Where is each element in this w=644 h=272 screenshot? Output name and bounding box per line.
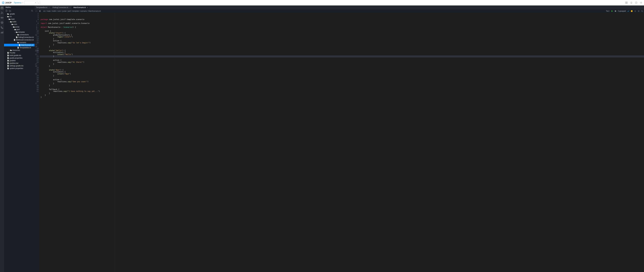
code-line[interactable]: [40, 86, 644, 88]
new-folder-icon[interactable]: [9, 10, 11, 12]
search-icon[interactable]: [641, 10, 643, 12]
fold-icon[interactable]: -: [38, 63, 38, 65]
fold-icon[interactable]: -: [38, 28, 38, 30]
code-line[interactable]: globalActivators {: [40, 34, 644, 36]
tree-folder[interactable]: ⌄jaicf: [4, 28, 34, 31]
tree-folder[interactable]: ⌄main: [4, 18, 34, 20]
tree-arrow-icon[interactable]: ⌄: [12, 29, 14, 30]
fold-icon[interactable]: -: [38, 54, 38, 56]
code-line[interactable]: }: [40, 46, 644, 48]
tree-arrow-icon[interactable]: ⌄: [8, 21, 10, 22]
tree-file[interactable]: Procfile: [4, 52, 34, 54]
bell-icon[interactable]: [630, 2, 632, 4]
code-line[interactable]: [40, 67, 644, 69]
fold-icon[interactable]: -: [38, 83, 38, 85]
fold-icon[interactable]: -: [38, 20, 38, 22]
fold-icon[interactable]: -: [38, 65, 38, 67]
code-line[interactable]: intent("Bye"): [40, 73, 644, 75]
code-line[interactable]: }: [40, 92, 644, 94]
code-line[interactable]: action {: [40, 59, 644, 61]
editor-tab[interactable]: TemplateBot.kt×: [34, 6, 51, 10]
new-file-icon[interactable]: [6, 10, 8, 12]
close-icon[interactable]: ×: [70, 6, 70, 8]
code-line[interactable]: [40, 28, 644, 30]
tree-file[interactable]: build.gradle.kts: [4, 54, 34, 57]
rail-phone-icon[interactable]: [1, 26, 3, 29]
code-line[interactable]: activators {: [40, 52, 644, 54]
fold-icon[interactable]: -: [38, 73, 38, 75]
fold-icon[interactable]: -: [38, 44, 38, 46]
rail-code-icon[interactable]: [1, 16, 3, 19]
rail-feed-icon[interactable]: [1, 12, 3, 14]
toolbar-structure-icon[interactable]: [39, 10, 41, 12]
code-line[interactable]: init {: [40, 30, 644, 32]
project-selector[interactable]: × ⌄: [24, 1, 40, 4]
code-line[interactable]: }: [40, 85, 644, 87]
rail-cube-icon[interactable]: [1, 21, 3, 24]
tree-file[interactable]: gradlew: [4, 59, 34, 62]
tree-folder[interactable]: ⌄justai: [4, 26, 34, 28]
fold-icon[interactable]: -: [38, 34, 38, 36]
code-line[interactable]: [40, 20, 644, 22]
tree-file[interactable]: system.properties: [4, 67, 34, 70]
code-line[interactable]: [40, 48, 644, 50]
code-line[interactable]: state("Hello") {: [40, 50, 644, 52]
code-line[interactable]: fallback {: [40, 88, 644, 90]
tree-arrow-icon[interactable]: ⌄: [11, 26, 13, 28]
code-line[interactable]: regex("/start"): [40, 36, 644, 38]
code-line[interactable]: }: [40, 44, 644, 46]
tree-arrow-icon[interactable]: ⌄: [10, 24, 11, 25]
tree-file[interactable]: MainScenario.kt: [4, 44, 34, 46]
code-line[interactable]: }: [40, 94, 644, 96]
code-line[interactable]: [40, 77, 644, 79]
code-line[interactable]: state("Bye") {: [40, 69, 644, 71]
code-line[interactable]: import com.justai.jaicf.model.scenario.S…: [40, 22, 644, 24]
tree-arrow-icon[interactable]: ⌄: [15, 42, 17, 43]
code-line[interactable]: }: [40, 83, 644, 85]
code-line[interactable]: action {: [40, 40, 644, 42]
tree-file[interactable]: TemplateBot.kt: [4, 46, 34, 49]
gear-icon[interactable]: [640, 2, 642, 4]
toolbar-code-icon[interactable]: [36, 10, 38, 12]
check-icon[interactable]: [627, 10, 629, 12]
clear-icon[interactable]: ×: [34, 2, 37, 4]
code-editor[interactable]: 12345-67-8-9-101112-1314151617-18-192021…: [34, 13, 644, 272]
code-line[interactable]: }: [40, 63, 644, 65]
rail-analytics-icon[interactable]: [1, 31, 3, 34]
tree-file[interactable]: gradlew.bat: [4, 62, 34, 64]
code-line[interactable]: state("Start") {: [40, 32, 644, 34]
projects-link[interactable]: Проекты: [14, 2, 21, 4]
tree-arrow-icon[interactable]: ⌄: [7, 18, 8, 20]
grid-icon[interactable]: [625, 2, 628, 4]
editor-tab[interactable]: MainScenario.kt×: [72, 6, 90, 10]
tree-folder[interactable]: ⌄template: [4, 31, 34, 34]
code-line[interactable]: package com.justai.jaicf.template.scenar…: [40, 18, 644, 20]
code-content[interactable]: package com.justai.jaicf.template.scenar…: [40, 13, 644, 272]
close-icon[interactable]: ×: [48, 6, 50, 8]
code-line[interactable]: action {: [40, 79, 644, 81]
tree-folder[interactable]: ⌄connections: [4, 34, 34, 36]
tree-folder[interactable]: ⌄scenario: [4, 41, 34, 44]
tree-arrow-icon[interactable]: ›: [5, 13, 7, 15]
tree-folder[interactable]: ›.gradle: [4, 13, 34, 15]
code-line[interactable]: reactions.say("Hi there!"): [40, 61, 644, 63]
tree-file[interactable]: WebhookConnection.kt: [4, 38, 34, 41]
tree-file[interactable]: gradle.properties: [4, 57, 34, 59]
tree-folder[interactable]: ⌄kotlin: [4, 20, 34, 23]
code-line[interactable]: reactions.say("I have nothing to say yet…: [40, 90, 644, 92]
code-line[interactable]: }: [40, 96, 644, 98]
code-line[interactable]: [40, 24, 644, 26]
warning-icon[interactable]: 😐: [631, 10, 633, 12]
undo-icon[interactable]: [634, 10, 636, 12]
code-line[interactable]: [40, 58, 644, 60]
fold-icon[interactable]: -: [38, 26, 38, 28]
tree-folder[interactable]: ›resources: [4, 49, 34, 52]
close-icon[interactable]: ×: [87, 6, 88, 8]
gear-icon[interactable]: [638, 10, 640, 12]
code-line[interactable]: object MainScenario : Scenario() {: [40, 26, 644, 28]
code-line[interactable]: reactions.say("So let's begin!"): [40, 42, 644, 44]
chevron-down-icon[interactable]: ⌄: [37, 2, 40, 4]
tree-file[interactable]: settings.gradle.kts: [4, 64, 34, 67]
tree-file[interactable]: PollingConnection.kt: [4, 36, 34, 38]
search-icon[interactable]: [31, 10, 33, 12]
